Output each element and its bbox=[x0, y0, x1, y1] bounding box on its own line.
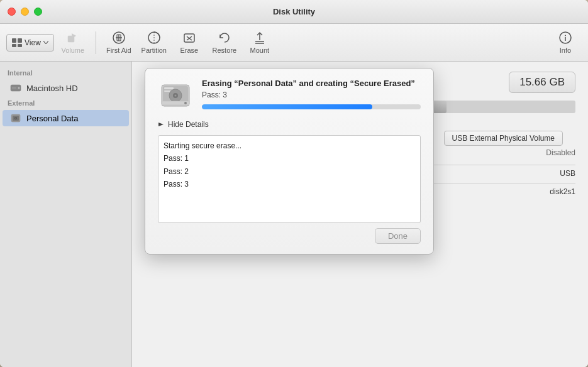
first-aid-icon bbox=[112, 31, 126, 45]
modal-title-area: Erasing “Personal Data” and creating “Se… bbox=[202, 79, 421, 109]
done-button[interactable]: Done bbox=[375, 228, 421, 244]
svg-point-12 bbox=[18, 87, 20, 89]
window-controls bbox=[8, 8, 42, 16]
restore-button[interactable]: Restore bbox=[208, 27, 241, 58]
app-window: Disk Utility View Volume bbox=[0, 0, 588, 367]
svg-rect-24 bbox=[164, 90, 170, 92]
first-aid-button[interactable]: First Aid bbox=[103, 27, 135, 58]
partition-label: Partition bbox=[141, 47, 167, 54]
log-line-3: Pass: 2 bbox=[164, 165, 415, 178]
personal-data-label: Personal Data bbox=[26, 114, 78, 123]
partition-icon bbox=[147, 31, 161, 45]
titlebar: Disk Utility bbox=[0, 0, 588, 24]
sidebar-item-macintosh-hd[interactable]: Macintosh HD bbox=[3, 80, 129, 96]
view-label: View bbox=[25, 38, 41, 47]
hide-details-row[interactable]: Hide Details bbox=[158, 119, 421, 130]
progress-fill bbox=[202, 104, 372, 109]
partition-button[interactable]: Partition bbox=[138, 27, 170, 58]
svg-rect-1 bbox=[18, 38, 22, 43]
log-line-1: Starting secure erase... bbox=[164, 140, 415, 152]
log-box: Starting secure erase... Pass: 1 Pass: 2… bbox=[158, 135, 421, 223]
svg-point-26 bbox=[184, 102, 187, 104]
svg-point-17 bbox=[15, 118, 16, 119]
info-label: Info bbox=[560, 47, 571, 54]
erase-button[interactable]: Erase bbox=[173, 27, 206, 58]
info-button[interactable]: Info bbox=[549, 27, 582, 58]
toolbar-separator-1 bbox=[96, 31, 96, 54]
volume-button: Volume bbox=[57, 27, 89, 58]
svg-rect-0 bbox=[12, 38, 16, 43]
view-icon bbox=[12, 38, 22, 47]
volume-label: Volume bbox=[61, 47, 84, 54]
svg-rect-3 bbox=[18, 44, 22, 47]
chevron-down-icon bbox=[43, 41, 48, 44]
detail-area: 15.66 GB USB External Physical Volume Di… bbox=[132, 62, 588, 367]
external-section-label: External bbox=[0, 97, 131, 109]
modal-footer: Done bbox=[158, 228, 421, 244]
internal-section-label: Internal bbox=[0, 67, 131, 79]
erase-modal: Erasing “Personal Data” and creating “Se… bbox=[145, 68, 434, 255]
close-button[interactable] bbox=[8, 8, 16, 16]
maximize-button[interactable] bbox=[34, 8, 42, 16]
hd-icon bbox=[10, 82, 21, 94]
erase-icon bbox=[182, 31, 196, 45]
volume-icon bbox=[66, 31, 80, 45]
erase-label: Erase bbox=[180, 47, 198, 54]
svg-rect-23 bbox=[164, 87, 174, 89]
info-icon bbox=[558, 31, 572, 45]
modal-overlay: Erasing “Personal Data” and creating “Se… bbox=[132, 62, 588, 367]
mount-button[interactable]: Mount bbox=[243, 27, 276, 58]
mount-label: Mount bbox=[250, 47, 270, 54]
hide-details-label: Hide Details bbox=[168, 120, 209, 129]
restore-label: Restore bbox=[213, 47, 237, 54]
log-line-2: Pass: 1 bbox=[164, 152, 415, 165]
sidebar-item-personal-data[interactable]: Personal Data bbox=[3, 110, 129, 126]
sidebar: Internal Macintosh HD External Personal … bbox=[0, 62, 132, 367]
progress-bar bbox=[202, 104, 421, 109]
modal-title: Erasing “Personal Data” and creating “Se… bbox=[202, 79, 421, 89]
toolbar: View Volume First Aid bbox=[0, 24, 588, 62]
minimize-button[interactable] bbox=[21, 8, 29, 16]
svg-rect-2 bbox=[12, 44, 16, 47]
disk-icon bbox=[158, 79, 193, 114]
modal-subtitle: Pass: 3 bbox=[202, 90, 421, 99]
svg-point-10 bbox=[565, 35, 566, 36]
first-aid-label: First Aid bbox=[106, 47, 131, 54]
svg-point-22 bbox=[175, 95, 177, 97]
restore-icon bbox=[218, 31, 231, 45]
modal-header: Erasing “Personal Data” and creating “Se… bbox=[158, 79, 421, 114]
macintosh-hd-label: Macintosh HD bbox=[26, 84, 78, 93]
external-drive-icon bbox=[10, 112, 21, 124]
triangle-icon bbox=[158, 121, 164, 128]
log-line-4: Pass: 3 bbox=[164, 178, 415, 190]
window-title: Disk Utility bbox=[273, 7, 315, 16]
mount-icon bbox=[253, 31, 267, 45]
view-button[interactable]: View bbox=[6, 34, 54, 52]
main-content: Internal Macintosh HD External Personal … bbox=[0, 62, 588, 367]
